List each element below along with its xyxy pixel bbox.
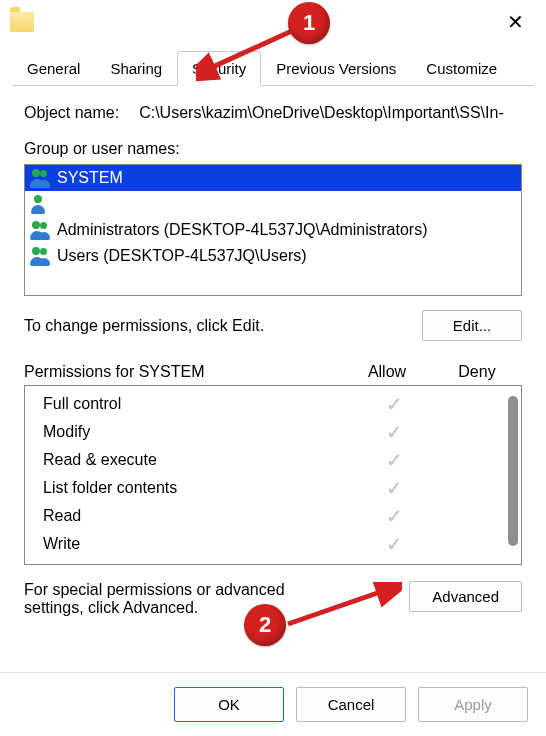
- advanced-button[interactable]: Advanced: [409, 581, 522, 612]
- perm-name: Full control: [43, 395, 349, 413]
- edit-button[interactable]: Edit...: [422, 310, 522, 341]
- permissions-header: Permissions for SYSTEM: [24, 363, 342, 381]
- check-icon: ✓: [349, 504, 439, 528]
- tab-security[interactable]: Security: [177, 51, 261, 86]
- group-item-label: Users (DESKTOP-4L537JQ\Users): [57, 247, 307, 265]
- perm-row: Read✓: [25, 502, 521, 530]
- annotation-badge-1: 1: [288, 2, 330, 44]
- perm-name: List folder contents: [43, 479, 349, 497]
- perm-name: Write: [43, 535, 349, 553]
- perm-row: Read & execute✓: [25, 446, 521, 474]
- annotation-badge-2: 2: [244, 604, 286, 646]
- perm-name: Read & execute: [43, 451, 349, 469]
- security-pane: Object name: C:\Users\kazim\OneDrive\Des…: [0, 86, 546, 627]
- object-name-value: C:\Users\kazim\OneDrive\Desktop\Importan…: [139, 104, 504, 122]
- users-icon: [31, 220, 51, 240]
- tab-strip: General Sharing Security Previous Versio…: [12, 50, 534, 86]
- check-icon: ✓: [349, 392, 439, 416]
- edit-prompt: To change permissions, click Edit.: [24, 317, 264, 335]
- perm-row: List folder contents✓: [25, 474, 521, 502]
- deny-column-header: Deny: [432, 363, 522, 381]
- permissions-listbox[interactable]: Full control✓ Modify✓ Read & execute✓ Li…: [24, 385, 522, 565]
- group-item-administrators[interactable]: Administrators (DESKTOP-4L537JQ\Administ…: [25, 217, 521, 243]
- group-item-users[interactable]: Users (DESKTOP-4L537JQ\Users): [25, 243, 521, 269]
- check-icon: ✓: [349, 532, 439, 556]
- dialog-button-bar: OK Cancel Apply: [0, 672, 546, 736]
- tab-customize[interactable]: Customize: [411, 51, 512, 86]
- tab-general[interactable]: General: [12, 51, 95, 86]
- tab-previous-versions[interactable]: Previous Versions: [261, 51, 411, 86]
- groups-label: Group or user names:: [24, 140, 522, 158]
- check-icon: ✓: [349, 476, 439, 500]
- apply-button[interactable]: Apply: [418, 687, 528, 722]
- object-name-row: Object name: C:\Users\kazim\OneDrive\Des…: [24, 104, 522, 122]
- users-icon: [31, 246, 51, 266]
- advanced-prompt: For special permissions or advanced sett…: [24, 581, 344, 617]
- check-icon: ✓: [349, 448, 439, 472]
- perm-name: Modify: [43, 423, 349, 441]
- close-icon[interactable]: ✕: [499, 8, 532, 36]
- allow-column-header: Allow: [342, 363, 432, 381]
- users-icon: [31, 168, 51, 188]
- perm-row: Write✓: [25, 530, 521, 558]
- tab-sharing[interactable]: Sharing: [95, 51, 177, 86]
- ok-button[interactable]: OK: [174, 687, 284, 722]
- folder-icon: [10, 12, 34, 32]
- group-item-label: SYSTEM: [57, 169, 123, 187]
- object-name-label: Object name:: [24, 104, 119, 122]
- perm-row: Modify✓: [25, 418, 521, 446]
- perm-row: Full control✓: [25, 390, 521, 418]
- perm-name: Read: [43, 507, 349, 525]
- group-item-system[interactable]: SYSTEM: [25, 165, 521, 191]
- group-item-unnamed[interactable]: [25, 191, 521, 217]
- scrollbar-thumb[interactable]: [508, 396, 518, 546]
- group-item-label: Administrators (DESKTOP-4L537JQ\Administ…: [57, 221, 427, 239]
- cancel-button[interactable]: Cancel: [296, 687, 406, 722]
- user-icon: [31, 194, 51, 214]
- check-icon: ✓: [349, 420, 439, 444]
- groups-listbox[interactable]: SYSTEM Administrators (DESKTOP-4L537JQ\A…: [24, 164, 522, 296]
- window-titlebar: ✕: [0, 0, 546, 44]
